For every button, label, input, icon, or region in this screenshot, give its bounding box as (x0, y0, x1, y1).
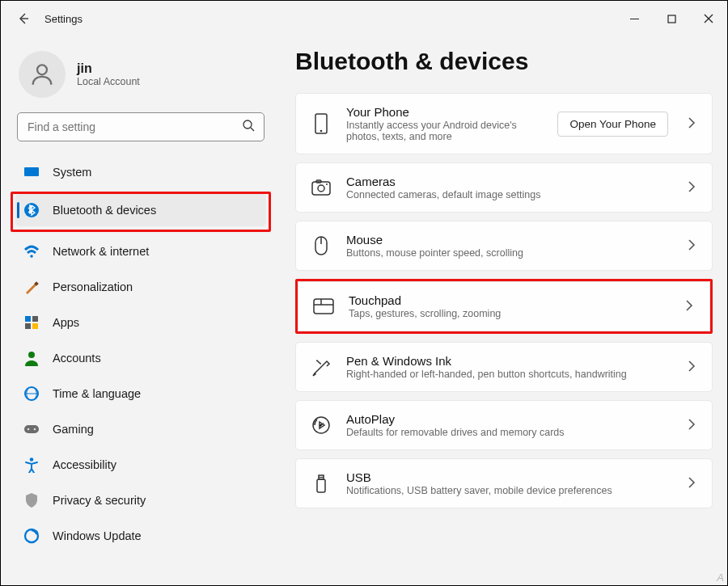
username: jin (77, 61, 140, 76)
titlebar: Settings (1, 1, 727, 36)
sidebar-item-personalization[interactable]: Personalization (15, 271, 266, 303)
sidebar-item-windows-update[interactable]: Windows Update (15, 520, 266, 552)
search-input[interactable] (17, 112, 265, 141)
sidebar-item-label: Accounts (53, 352, 101, 365)
sidebar-item-label: Network & internet (53, 245, 149, 258)
card-subtitle: Defaults for removable drives and memory… (346, 427, 668, 438)
maximize-icon (667, 15, 676, 23)
svg-point-5 (243, 120, 252, 129)
sidebar-item-system[interactable]: System (15, 156, 266, 188)
sidebar-item-gaming[interactable]: Gaming (15, 413, 266, 445)
sidebar-item-time-language[interactable]: Time & language (15, 377, 266, 410)
chevron-right-icon (688, 419, 696, 432)
card-icon (311, 356, 332, 377)
nav-list: SystemBluetooth & devicesNetwork & inter… (15, 156, 266, 552)
card-body: MouseButtons, mouse pointer speed, scrol… (346, 233, 668, 259)
chevron-right-icon (688, 239, 696, 253)
card-title: AutoPlay (346, 412, 668, 426)
page-title: Bluetooth & devices (295, 48, 713, 75)
nav-icon (23, 528, 40, 544)
chevron-right-icon (685, 300, 693, 314)
open-your-phone-button[interactable]: Open Your Phone (557, 112, 668, 137)
card-subtitle: Instantly access your Android device's p… (346, 120, 543, 142)
main-content: Bluetooth & devices Your PhoneInstantly … (266, 44, 713, 585)
back-button[interactable] (7, 2, 40, 35)
close-button[interactable] (690, 6, 727, 31)
sidebar-item-accounts[interactable]: Accounts (15, 342, 266, 374)
card-title: Cameras (346, 175, 668, 188)
user-icon (28, 61, 56, 88)
maximize-button[interactable] (653, 6, 690, 31)
sidebar-item-label: Accessibility (53, 458, 116, 471)
card-autoplay[interactable]: AutoPlayDefaults for removable drives an… (295, 400, 713, 450)
nav-icon (23, 386, 40, 402)
sidebar-item-network-internet[interactable]: Network & internet (15, 235, 266, 268)
chevron-right-icon (688, 477, 696, 491)
card-title: Your Phone (346, 105, 543, 119)
cards-list: Your PhoneInstantly access your Android … (295, 93, 713, 508)
card-usb[interactable]: USBNotifications, USB battery saver, mob… (295, 458, 713, 508)
svg-point-19 (28, 428, 30, 431)
card-pen-windows-ink[interactable]: Pen & Windows InkRight-handed or left-ha… (295, 342, 713, 392)
sidebar-item-apps[interactable]: Apps (15, 306, 266, 339)
svg-rect-36 (317, 479, 325, 492)
account-type: Local Account (77, 76, 140, 87)
card-your-phone[interactable]: Your PhoneInstantly access your Android … (295, 93, 713, 154)
chevron-right-icon (688, 117, 696, 131)
nav-icon (23, 421, 40, 437)
monitor-icon (23, 166, 40, 179)
card-cameras[interactable]: CamerasConnected cameras, default image … (295, 162, 713, 213)
window-title: Settings (44, 13, 83, 25)
svg-rect-15 (32, 323, 38, 329)
sidebar-item-label: Time & language (53, 387, 141, 400)
svg-point-21 (30, 457, 34, 462)
card-title: Pen & Windows Ink (346, 354, 668, 368)
nav-icon (23, 279, 40, 295)
card-touchpad[interactable]: TouchpadTaps, gestures, scrolling, zoomi… (298, 281, 710, 331)
nav-icon (23, 314, 40, 331)
svg-rect-12 (25, 316, 31, 322)
card-icon (313, 296, 334, 317)
sidebar-item-label: Personalization (53, 280, 133, 293)
svg-rect-7 (24, 167, 39, 176)
card-subtitle: Right-handed or left-handed, pen button … (346, 369, 668, 380)
sidebar-item-label: Apps (53, 316, 79, 329)
nav-icon (23, 457, 40, 473)
svg-point-27 (326, 183, 328, 185)
minimize-button[interactable] (616, 6, 653, 31)
brush-icon (23, 279, 40, 295)
avatar (19, 51, 66, 98)
card-body: USBNotifications, USB battery saver, mob… (346, 470, 668, 496)
svg-point-10 (30, 255, 33, 258)
card-title: USB (346, 470, 668, 484)
svg-point-16 (28, 352, 35, 358)
card-subtitle: Notifications, USB battery saver, mobile… (346, 485, 668, 496)
card-mouse[interactable]: MouseButtons, mouse pointer speed, scrol… (295, 221, 713, 271)
gamepad-icon (23, 424, 40, 435)
card-icon (311, 235, 332, 256)
card-icon (311, 177, 332, 198)
nav-icon (23, 243, 40, 259)
bluetooth-icon (23, 202, 40, 218)
wifi-icon (23, 245, 40, 258)
svg-line-6 (251, 128, 254, 131)
apps-icon (23, 314, 40, 331)
nav-icon (23, 202, 40, 218)
svg-rect-1 (668, 15, 675, 23)
accessibility-icon (23, 457, 40, 473)
card-highlight: TouchpadTaps, gestures, scrolling, zoomi… (295, 279, 713, 334)
card-icon (311, 113, 332, 134)
sidebar-item-bluetooth-devices[interactable]: Bluetooth & devices (15, 194, 266, 226)
chevron-right-icon (688, 181, 696, 195)
card-body: Your PhoneInstantly access your Android … (346, 105, 543, 142)
svg-point-24 (320, 130, 323, 133)
user-info[interactable]: jin Local Account (15, 44, 266, 112)
minimize-icon (630, 15, 639, 23)
card-title: Touchpad (349, 293, 666, 307)
sidebar-item-label: Windows Update (53, 529, 142, 542)
sidebar-item-privacy-security[interactable]: Privacy & security (15, 484, 266, 516)
sidebar-highlight: Bluetooth & devices (11, 192, 271, 232)
card-body: AutoPlayDefaults for removable drives an… (346, 412, 668, 438)
sidebar-item-accessibility[interactable]: Accessibility (15, 449, 266, 481)
card-subtitle: Buttons, mouse pointer speed, scrolling (346, 247, 668, 259)
